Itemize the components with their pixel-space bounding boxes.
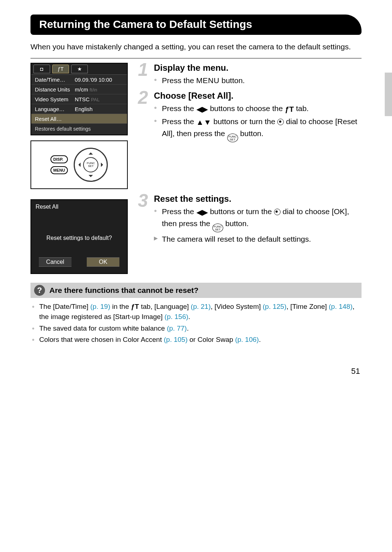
menu-label: Date/Time… <box>35 77 75 83</box>
camera-menu-screenshot: ◘ ƒT ★ Date/Time… 09.09.'09 10:00 Distan… <box>30 63 128 135</box>
text: . <box>187 324 189 332</box>
text: dial <box>284 117 298 126</box>
func-set-button-label: FUNC SET <box>83 157 98 172</box>
control-dial-icon: FUNC SET <box>74 148 108 182</box>
text: Press the <box>162 76 196 85</box>
menu-value: m/cmft/in <box>75 86 123 93</box>
step-title: Choose [Reset All]. <box>154 91 362 101</box>
question-mark-icon: ? <box>34 285 45 296</box>
page-ref: (p. 105) <box>164 336 187 343</box>
text: button. <box>219 76 245 85</box>
menu-row-language: Language… English <box>31 104 127 114</box>
camera-confirm-screenshot: Reset All Reset settings to default? Can… <box>30 199 128 274</box>
confirm-message: Reset settings to default? <box>31 235 127 241</box>
menu-label: Distance Units <box>35 86 75 93</box>
step-bullet: Press the ◀▶ buttons or turn the dial to… <box>154 206 362 232</box>
cancel-button: Cancel <box>39 257 72 267</box>
page-ref: (p. 106) <box>235 336 259 343</box>
page-ref: (p. 125) <box>263 303 286 310</box>
menu-value-active: NTSC <box>75 96 90 102</box>
menu-value-active: m/cm <box>75 86 88 93</box>
info-item: Colors that were chosen in Color Accent … <box>30 335 362 345</box>
tab-tools-icon: ƒT <box>52 65 69 73</box>
tab-star-icon: ★ <box>71 65 88 73</box>
text: buttons or turn the <box>211 117 277 126</box>
page-ref: (p. 19) <box>90 303 110 310</box>
menu-label: Reset All… <box>35 116 75 122</box>
page-ref: (p. 21) <box>191 303 211 310</box>
tools-tab-icon: ƒT <box>285 104 294 115</box>
camera-controls-diagram: DISP. MENU FUNC SET <box>30 140 128 189</box>
step-result: The camera will reset to the default set… <box>154 234 362 245</box>
tab-camera-icon: ◘ <box>33 65 50 73</box>
step-title: Display the menu. <box>154 63 362 73</box>
text: Press the <box>162 207 196 216</box>
info-box: ? Are there functions that cannot be res… <box>30 283 362 344</box>
menu-row-reset-all: Reset All… <box>31 114 127 124</box>
divider <box>30 58 362 58</box>
menu-footer-hint: Restores default settings <box>31 124 127 135</box>
confirm-header: Reset All <box>31 200 127 210</box>
func-set-icon: FUNCSET <box>227 134 238 142</box>
text: tab. <box>294 104 309 113</box>
menu-value-dim: ft/in <box>90 87 97 93</box>
text: in the <box>110 303 131 310</box>
page-number: 51 <box>30 367 362 376</box>
text: tab, [Language] <box>139 303 191 310</box>
menu-value: 09.09.'09 10:00 <box>75 77 123 83</box>
step-2: 2 Choose [Reset All]. Press the ◀▶ butto… <box>141 91 362 142</box>
step-bullet: Press the MENU button. <box>154 75 362 86</box>
step-bullet: Press the ▲▼ buttons or turn the dial to… <box>154 116 362 142</box>
side-thumb-tab <box>385 73 392 116</box>
info-item: The saved data for custom white balance … <box>30 323 362 334</box>
func-set-icon: FUNCSET <box>212 224 223 232</box>
page-ref: (p. 148) <box>329 303 352 310</box>
page-ref: (p. 156) <box>164 313 188 320</box>
text: buttons or turn the <box>208 207 274 216</box>
step-3: 3 Reset the settings. Press the ◀▶ butto… <box>141 194 362 245</box>
menu-button-label: MENU <box>50 166 68 174</box>
text: Press the <box>162 104 196 113</box>
up-down-arrows-icon: ▲▼ <box>196 117 212 128</box>
page-title: Returning the Camera to Default Settings <box>30 15 362 35</box>
control-dial-icon <box>274 209 281 215</box>
page-ref: (p. 77) <box>167 324 187 332</box>
text: buttons to choose the <box>208 104 285 113</box>
text: , [Video System] <box>211 303 263 310</box>
menu-row-video: Video System NTSCPAL <box>31 94 127 104</box>
text: Press the <box>162 117 196 126</box>
menu-label: Language… <box>35 106 75 112</box>
ok-button: OK <box>87 257 119 267</box>
left-right-arrows-icon: ◀▶ <box>196 104 208 115</box>
control-dial-icon <box>277 119 284 125</box>
text: button. <box>238 129 264 138</box>
step-number: 3 <box>138 190 148 211</box>
info-item: The [Date/Time] (p. 19) in the ƒT tab, [… <box>30 302 362 322</box>
info-box-header: ? Are there functions that cannot be res… <box>30 283 362 298</box>
text: Colors that were chosen in Color Accent <box>39 336 164 343</box>
text: , [Time Zone] <box>286 303 329 310</box>
step-title: Reset the settings. <box>154 194 362 204</box>
text: . <box>259 336 261 343</box>
text: or Color Swap <box>188 336 235 343</box>
text: The [Date/Time] <box>39 303 90 310</box>
intro-text: When you have mistakenly changed a setti… <box>30 41 362 52</box>
step-number: 2 <box>138 87 148 108</box>
menu-row-distance: Distance Units m/cmft/in <box>31 85 127 94</box>
text: The saved data for custom white balance <box>39 324 167 332</box>
menu-value: English <box>75 106 123 112</box>
info-box-title: Are there functions that cannot be reset… <box>49 286 199 295</box>
text: . <box>188 313 190 320</box>
step-number: 1 <box>138 59 148 80</box>
tools-tab-icon: ƒT <box>131 303 139 310</box>
menu-value-dim: PAL <box>91 97 100 102</box>
step-1: 1 Display the menu. Press the MENU butto… <box>141 63 362 86</box>
menu-label: Video System <box>35 96 75 102</box>
menu-value: NTSCPAL <box>75 96 123 102</box>
text: button. <box>223 219 249 228</box>
menu-word: MENU <box>196 76 220 85</box>
menu-row-date-time: Date/Time… 09.09.'09 10:00 <box>31 75 127 85</box>
disp-button-label: DISP. <box>50 155 68 163</box>
left-right-arrows-icon: ◀▶ <box>196 207 208 218</box>
step-bullet: Press the ◀▶ buttons to choose the ƒT ta… <box>154 103 362 115</box>
